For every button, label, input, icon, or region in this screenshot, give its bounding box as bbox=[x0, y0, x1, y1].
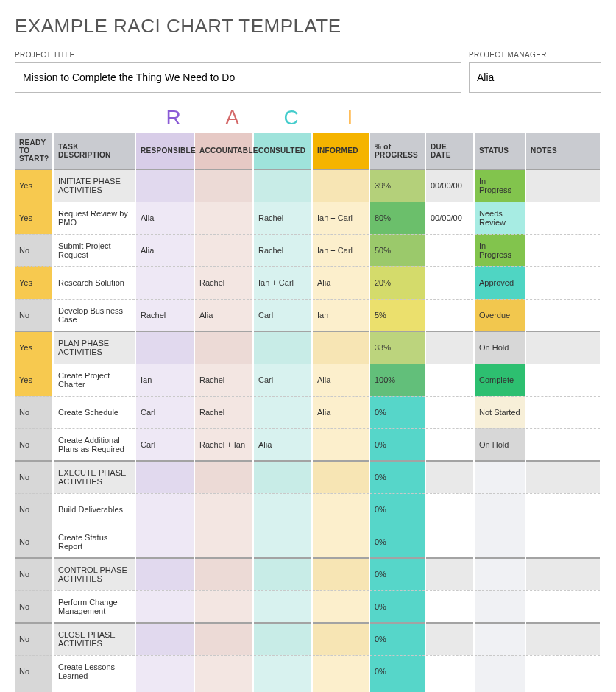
consulted-cell[interactable] bbox=[253, 623, 312, 655]
status-cell[interactable] bbox=[474, 688, 525, 692]
due-cell[interactable] bbox=[425, 688, 474, 692]
responsible-cell[interactable]: Rachel bbox=[135, 299, 194, 331]
informed-cell[interactable] bbox=[312, 493, 369, 526]
informed-cell[interactable] bbox=[312, 526, 369, 558]
due-cell[interactable] bbox=[425, 558, 474, 590]
ready-cell[interactable]: No bbox=[15, 461, 53, 493]
progress-cell[interactable]: 33% bbox=[369, 331, 425, 364]
status-cell[interactable]: Complete bbox=[474, 364, 525, 396]
status-cell[interactable] bbox=[474, 558, 525, 590]
progress-cell[interactable]: 20% bbox=[369, 266, 425, 299]
ready-cell[interactable]: Yes bbox=[15, 331, 53, 364]
consulted-cell[interactable] bbox=[253, 396, 312, 428]
ready-cell[interactable]: No bbox=[15, 623, 53, 655]
notes-cell[interactable] bbox=[525, 234, 601, 266]
task-cell[interactable]: Create Lessons Learned bbox=[53, 655, 135, 688]
due-cell[interactable] bbox=[425, 493, 474, 526]
informed-cell[interactable]: Alia bbox=[312, 364, 369, 396]
responsible-cell[interactable]: Carl bbox=[135, 396, 194, 428]
accountable-cell[interactable] bbox=[194, 169, 253, 202]
status-cell[interactable]: Not Started bbox=[474, 396, 525, 428]
notes-cell[interactable] bbox=[525, 623, 601, 655]
ready-cell[interactable]: No bbox=[15, 526, 53, 558]
due-cell[interactable] bbox=[425, 655, 474, 688]
task-cell[interactable]: Request Review by PMO bbox=[53, 202, 135, 234]
accountable-cell[interactable] bbox=[194, 623, 253, 655]
consulted-cell[interactable] bbox=[253, 688, 312, 692]
responsible-cell[interactable] bbox=[135, 558, 194, 590]
accountable-cell[interactable] bbox=[194, 493, 253, 526]
informed-cell[interactable] bbox=[312, 428, 369, 461]
status-cell[interactable]: On Hold bbox=[474, 428, 525, 461]
task-cell[interactable]: PLAN PHASE ACTIVITIES bbox=[53, 331, 135, 364]
responsible-cell[interactable] bbox=[135, 461, 194, 493]
responsible-cell[interactable]: Alia bbox=[135, 234, 194, 266]
consulted-cell[interactable]: Carl bbox=[253, 299, 312, 331]
responsible-cell[interactable]: Alia bbox=[135, 202, 194, 234]
progress-cell[interactable]: 0% bbox=[369, 493, 425, 526]
ready-cell[interactable]: No bbox=[15, 396, 53, 428]
task-cell[interactable]: INITIATE PHASE ACTIVITIES bbox=[53, 169, 135, 202]
progress-cell[interactable]: 0% bbox=[369, 590, 425, 623]
task-cell[interactable]: Perform Change Management bbox=[53, 590, 135, 623]
task-cell[interactable]: Submit Project Request bbox=[53, 234, 135, 266]
due-cell[interactable] bbox=[425, 396, 474, 428]
status-cell[interactable]: Overdue bbox=[474, 299, 525, 331]
due-cell[interactable] bbox=[425, 364, 474, 396]
notes-cell[interactable] bbox=[525, 655, 601, 688]
informed-cell[interactable]: Ian bbox=[312, 299, 369, 331]
accountable-cell[interactable] bbox=[194, 655, 253, 688]
consulted-cell[interactable] bbox=[253, 169, 312, 202]
consulted-cell[interactable] bbox=[253, 493, 312, 526]
project-manager-input[interactable] bbox=[469, 62, 601, 93]
task-cell[interactable]: Create Schedule bbox=[53, 396, 135, 428]
ready-cell[interactable]: Yes bbox=[15, 202, 53, 234]
progress-cell[interactable]: 100% bbox=[369, 364, 425, 396]
ready-cell[interactable]: Yes bbox=[15, 364, 53, 396]
task-cell[interactable]: Research Solution bbox=[53, 266, 135, 299]
consulted-cell[interactable] bbox=[253, 526, 312, 558]
consulted-cell[interactable] bbox=[253, 655, 312, 688]
accountable-cell[interactable]: Alia bbox=[194, 299, 253, 331]
status-cell[interactable] bbox=[474, 590, 525, 623]
notes-cell[interactable] bbox=[525, 493, 601, 526]
status-cell[interactable]: On Hold bbox=[474, 331, 525, 364]
ready-cell[interactable]: Yes bbox=[15, 169, 53, 202]
ready-cell[interactable]: No bbox=[15, 299, 53, 331]
status-cell[interactable]: In Progress bbox=[474, 169, 525, 202]
informed-cell[interactable]: Ian + Carl bbox=[312, 234, 369, 266]
due-cell[interactable] bbox=[425, 590, 474, 623]
accountable-cell[interactable] bbox=[194, 558, 253, 590]
task-cell[interactable]: CONTROL PHASE ACTIVITIES bbox=[53, 558, 135, 590]
status-cell[interactable] bbox=[474, 655, 525, 688]
informed-cell[interactable] bbox=[312, 688, 369, 692]
due-cell[interactable]: 00/00/00 bbox=[425, 169, 474, 202]
progress-cell[interactable]: 0% bbox=[369, 428, 425, 461]
accountable-cell[interactable] bbox=[194, 688, 253, 692]
progress-cell[interactable]: 0% bbox=[369, 461, 425, 493]
accountable-cell[interactable]: Rachel bbox=[194, 396, 253, 428]
notes-cell[interactable] bbox=[525, 590, 601, 623]
progress-cell[interactable]: 50% bbox=[369, 234, 425, 266]
due-cell[interactable] bbox=[425, 428, 474, 461]
ready-cell[interactable]: No bbox=[15, 688, 53, 692]
informed-cell[interactable]: Ian + Carl bbox=[312, 202, 369, 234]
informed-cell[interactable] bbox=[312, 590, 369, 623]
accountable-cell[interactable] bbox=[194, 331, 253, 364]
status-cell[interactable]: Approved bbox=[474, 266, 525, 299]
informed-cell[interactable] bbox=[312, 461, 369, 493]
status-cell[interactable] bbox=[474, 623, 525, 655]
status-cell[interactable]: In Progress bbox=[474, 234, 525, 266]
task-cell[interactable]: Create Status Report bbox=[53, 526, 135, 558]
accountable-cell[interactable]: Rachel + Ian bbox=[194, 428, 253, 461]
notes-cell[interactable] bbox=[525, 299, 601, 331]
due-cell[interactable] bbox=[425, 526, 474, 558]
status-cell[interactable] bbox=[474, 526, 525, 558]
project-title-input[interactable] bbox=[15, 62, 461, 93]
due-cell[interactable] bbox=[425, 266, 474, 299]
consulted-cell[interactable] bbox=[253, 590, 312, 623]
due-cell[interactable]: 00/00/00 bbox=[425, 202, 474, 234]
ready-cell[interactable]: No bbox=[15, 655, 53, 688]
informed-cell[interactable]: Alia bbox=[312, 396, 369, 428]
informed-cell[interactable] bbox=[312, 655, 369, 688]
